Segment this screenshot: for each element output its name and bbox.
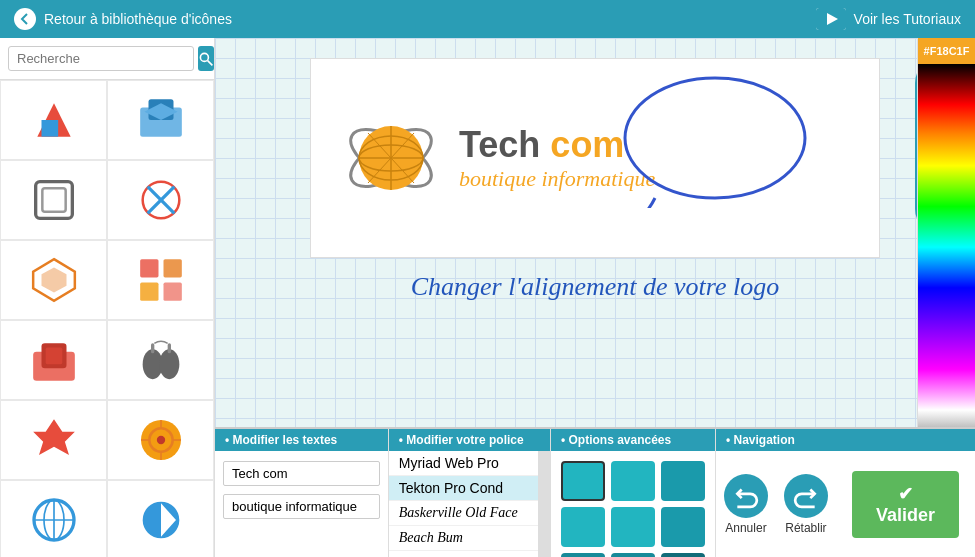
icon-item[interactable] xyxy=(107,480,214,557)
redo-button[interactable]: Rétablir xyxy=(784,474,828,535)
main-layout: Tech com boutique informatique Changer l… xyxy=(0,38,975,557)
search-button[interactable] xyxy=(198,46,214,71)
font-item[interactable]: Baskerville Old Face xyxy=(389,501,538,526)
font-item[interactable]: Myriad Web Pro xyxy=(389,451,538,476)
svg-line-3 xyxy=(208,60,213,65)
redo-label: Rétablir xyxy=(785,521,826,535)
validate-button[interactable]: ✔ Valider xyxy=(852,471,959,538)
logo-title: Tech com xyxy=(459,124,655,166)
nav-panel: Navigation Annuler xyxy=(716,429,975,557)
svg-marker-27 xyxy=(33,419,75,455)
logo-title-main: Tech xyxy=(459,124,550,165)
logo-text: Tech com boutique informatique xyxy=(459,124,655,192)
svg-rect-19 xyxy=(163,283,181,301)
svg-point-24 xyxy=(159,349,179,379)
font-panel: Modifier votre police Myriad Web ProTekt… xyxy=(389,429,551,557)
back-button[interactable]: Retour à bibliothèque d'icônes xyxy=(14,8,232,30)
options-swatches-grid xyxy=(551,451,715,557)
text-panel-header: Modifier les textes xyxy=(215,429,388,451)
svg-rect-10 xyxy=(42,188,65,211)
undo-label: Annuler xyxy=(725,521,766,535)
svg-rect-26 xyxy=(167,343,170,353)
nav-panel-header: Navigation xyxy=(716,429,975,451)
icon-item[interactable] xyxy=(107,80,214,160)
alignment-text: Changer l'alignement de votre logo xyxy=(411,272,780,302)
icon-sidebar xyxy=(0,38,215,557)
option-swatch[interactable] xyxy=(611,461,655,501)
svg-point-30 xyxy=(156,436,164,444)
option-swatch[interactable] xyxy=(661,507,705,547)
icon-item[interactable] xyxy=(107,240,214,320)
search-bar xyxy=(0,38,214,80)
options-panel: Options avancées xyxy=(551,429,716,557)
back-arrow-icon xyxy=(14,8,36,30)
font-panel-header: Modifier votre police xyxy=(389,429,550,451)
back-label: Retour à bibliothèque d'icônes xyxy=(44,11,232,27)
option-swatch[interactable] xyxy=(661,553,705,557)
option-swatch[interactable] xyxy=(611,553,655,557)
text-input-2[interactable] xyxy=(223,494,380,519)
svg-rect-25 xyxy=(151,343,154,353)
logo-title-highlight: com xyxy=(550,124,624,165)
text-panel: Modifier les textes xyxy=(215,429,389,557)
svg-rect-18 xyxy=(140,283,158,301)
logo-card: Tech com boutique informatique xyxy=(310,58,880,258)
icon-item[interactable] xyxy=(0,320,107,400)
option-swatch[interactable] xyxy=(561,553,605,557)
text-input-1[interactable] xyxy=(223,461,380,486)
font-scrollbar[interactable] xyxy=(538,451,550,557)
color-gradient-picker[interactable] xyxy=(918,64,975,471)
icon-item[interactable] xyxy=(107,160,214,240)
icon-item[interactable] xyxy=(0,160,107,240)
bottom-panel: Modifier les textes Modifier votre polic… xyxy=(215,427,975,557)
header: Retour à bibliothèque d'icônes Voir les … xyxy=(0,0,975,38)
option-swatch[interactable] xyxy=(611,507,655,547)
font-item[interactable]: Beach Bum xyxy=(389,526,538,551)
icon-item[interactable] xyxy=(0,480,107,557)
icon-item[interactable] xyxy=(0,80,107,160)
option-swatch[interactable] xyxy=(561,507,605,547)
font-item[interactable]: Qlassik Bold xyxy=(389,551,538,557)
options-panel-header: Options avancées xyxy=(551,429,715,451)
undo-icon xyxy=(724,474,768,518)
svg-rect-22 xyxy=(45,348,62,365)
icon-item[interactable] xyxy=(107,320,214,400)
logo-content: Tech com boutique informatique xyxy=(341,108,655,208)
search-input[interactable] xyxy=(8,46,194,71)
svg-marker-15 xyxy=(41,268,66,293)
icon-item[interactable] xyxy=(0,400,107,480)
logo-subtitle: boutique informatique xyxy=(459,166,655,192)
tutorials-button[interactable]: Voir les Tutoriaux xyxy=(816,8,961,30)
logo-globe xyxy=(341,108,441,208)
font-item[interactable]: Tekton Pro Cond xyxy=(389,476,538,501)
font-list: Myriad Web ProTekton Pro CondBaskerville… xyxy=(389,451,538,557)
svg-rect-5 xyxy=(41,120,58,137)
icon-item[interactable] xyxy=(0,240,107,320)
svg-rect-17 xyxy=(163,259,181,277)
redo-icon xyxy=(784,474,828,518)
option-swatch[interactable] xyxy=(561,461,605,501)
tutorials-label: Voir les Tutoriaux xyxy=(854,11,961,27)
video-icon xyxy=(816,8,846,30)
svg-rect-16 xyxy=(140,259,158,277)
svg-point-2 xyxy=(200,53,208,61)
color-hex-display: #F18C1F xyxy=(918,38,975,64)
option-swatch[interactable] xyxy=(661,461,705,501)
icon-grid xyxy=(0,80,214,557)
icon-item[interactable] xyxy=(107,400,214,480)
undo-button[interactable]: Annuler xyxy=(724,474,768,535)
